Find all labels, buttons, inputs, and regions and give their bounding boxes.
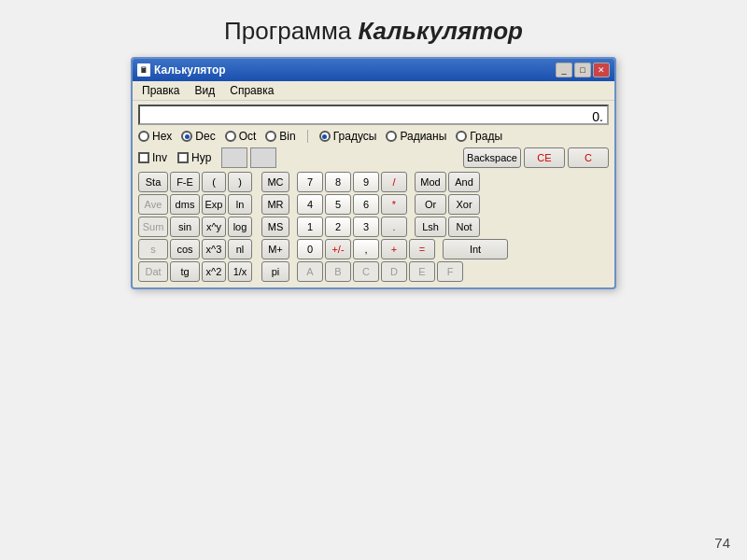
sum-button[interactable]: Sum [138,217,168,237]
hyp-checkbox[interactable] [177,152,189,163]
lparen-button[interactable]: ( [202,172,226,192]
num2-button[interactable]: 2 [325,217,351,237]
inv-checkbox[interactable] [138,152,149,163]
number-base-row: Hex Dec Oct Bin Градусы Радианы Грады [133,127,614,146]
div-button[interactable]: / [381,172,407,192]
minimize-button[interactable]: _ [556,63,572,77]
mr-button[interactable]: MR [261,194,289,215]
x2-button[interactable]: x^2 [202,261,226,282]
radio-degrees-label: Градусы [333,130,377,143]
equals-button[interactable]: = [409,239,435,259]
maximize-button[interactable]: □ [574,63,591,77]
hexc-button[interactable]: C [353,261,379,282]
lsh-button[interactable]: Lsh [415,217,446,237]
exp-button[interactable]: Exp [202,194,226,215]
inv-label: Inv [152,151,167,164]
sin-button[interactable]: sin [170,217,200,237]
hexd-button[interactable]: D [381,261,407,282]
dat-button[interactable]: Dat [138,261,168,282]
rparen-button[interactable]: ) [228,172,252,192]
num3-button[interactable]: 3 [353,217,379,237]
color-swatch-2[interactable] [250,147,276,168]
hexa-button[interactable]: A [297,261,323,282]
radio-hex-circle [138,131,149,142]
checkbox-hyp[interactable]: Hyp [177,151,211,164]
invx-button[interactable]: 1/x [228,261,252,282]
radio-bin[interactable]: Bin [265,130,295,143]
ms-button[interactable]: MS [261,217,289,237]
radio-grads[interactable]: Грады [456,130,502,143]
menu-spravka[interactable]: Справка [226,83,277,98]
mplus-button[interactable]: M+ [261,239,289,259]
x3-button[interactable]: x^3 [202,239,226,259]
radio-dec-circle [181,131,192,142]
calc-row-1: Sta F-E ( ) MC 7 8 9 / Mod And [138,172,609,192]
color-swatch-1[interactable] [221,147,247,168]
checkbox-inv[interactable]: Inv [138,151,167,164]
hexe-button[interactable]: E [409,261,435,282]
menu-vid[interactable]: Вид [191,83,219,98]
calc-row-2: Ave dms Exp ln MR 4 5 6 * Or Xor [138,194,609,215]
calculator-window: 🖩 Калькулятор _ □ ✕ Правка Вид Справка 0… [131,57,616,289]
num8-button[interactable]: 8 [325,172,351,192]
num1-button[interactable]: 1 [297,217,323,237]
mc-button[interactable]: MC [261,172,289,192]
radio-dec-label: Dec [195,130,215,143]
log-button[interactable]: log [228,217,252,237]
menu-pravka[interactable]: Правка [138,83,184,98]
c-button[interactable]: C [568,147,609,168]
num6-button[interactable]: 6 [353,194,379,215]
xor-button[interactable]: Xor [448,194,480,215]
plusminus-button[interactable]: +/- [325,239,351,259]
xy-button[interactable]: x^y [202,217,226,237]
radio-oct-label: Oct [239,130,257,143]
radio-radians-circle [386,131,397,142]
num9-button[interactable]: 9 [353,172,379,192]
pi-button[interactable]: pi [261,261,289,282]
ave-button[interactable]: Ave [138,194,168,215]
num5-button[interactable]: 5 [325,194,351,215]
titlebar: 🖩 Калькулятор _ □ ✕ [133,59,614,81]
plus-button[interactable]: + [381,239,407,259]
dms-button[interactable]: dms [170,194,200,215]
comma-button[interactable]: , [353,239,379,259]
ln-button[interactable]: ln [228,194,252,215]
radio-oct[interactable]: Oct [225,130,257,143]
radio-hex[interactable]: Hex [138,130,172,143]
s-button[interactable]: s [138,239,168,259]
radio-grads-circle [456,131,467,142]
hexf-button[interactable]: F [437,261,463,282]
hexb-button[interactable]: B [325,261,351,282]
radio-oct-circle [225,131,236,142]
num4-button[interactable]: 4 [297,194,323,215]
num0-button[interactable]: 0 [297,239,323,259]
mod-button[interactable]: Mod [415,172,446,192]
radio-radians-label: Радианы [400,130,446,143]
mul-button[interactable]: * [381,194,407,215]
radio-bin-label: Bin [279,130,295,143]
int-button[interactable]: Int [443,239,508,259]
num7-button[interactable]: 7 [297,172,323,192]
or-button[interactable]: Or [415,194,446,215]
radio-degrees[interactable]: Градусы [319,130,377,143]
cos-button[interactable]: cos [170,239,200,259]
page-number: 74 [714,535,730,551]
radio-radians[interactable]: Радианы [386,130,446,143]
calculator-display: 0. [138,105,609,125]
tg-button[interactable]: tg [170,261,200,282]
nl-button[interactable]: nl [228,239,252,259]
calc-row-5: Dat tg x^2 1/x pi A B C D E F [138,261,609,282]
hyp-label: Hyp [191,151,211,164]
checkbox-row: Inv Hyp Backspace CE C [133,146,614,170]
and-button[interactable]: And [448,172,480,192]
close-button[interactable]: ✕ [593,63,610,77]
not-button[interactable]: Not [448,217,480,237]
radio-dec[interactable]: Dec [181,130,215,143]
backspace-button[interactable]: Backspace [463,147,521,168]
sta-button[interactable]: Sta [138,172,168,192]
ce-button[interactable]: CE [524,147,565,168]
dot-button[interactable]: . [381,217,407,237]
radio-degrees-circle [319,131,331,142]
fe-button[interactable]: F-E [170,172,200,192]
window-title: Калькулятор [154,63,226,77]
